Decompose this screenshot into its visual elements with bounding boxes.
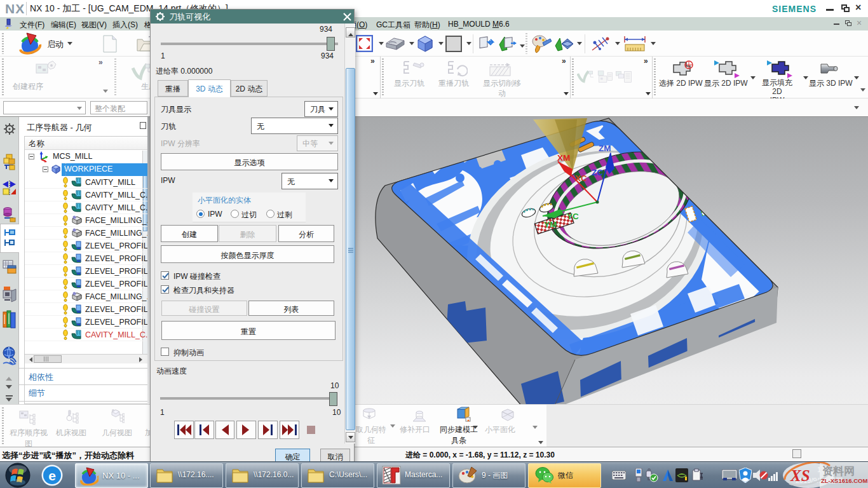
svg-text:ZC: ZC	[592, 168, 603, 177]
svg-text:ZL-XS1616.COM: ZL-XS1616.COM	[821, 477, 867, 484]
svg-text:YM: YM	[544, 220, 557, 229]
svg-text:e: e	[48, 468, 56, 483]
svg-text:XS: XS	[790, 467, 810, 484]
svg-text:XM: XM	[557, 153, 570, 163]
svg-text:YC: YC	[567, 212, 579, 221]
svg-text:XC: XC	[575, 173, 587, 183]
svg-text:资料网: 资料网	[822, 465, 855, 477]
svg-text:ZM: ZM	[599, 144, 611, 153]
